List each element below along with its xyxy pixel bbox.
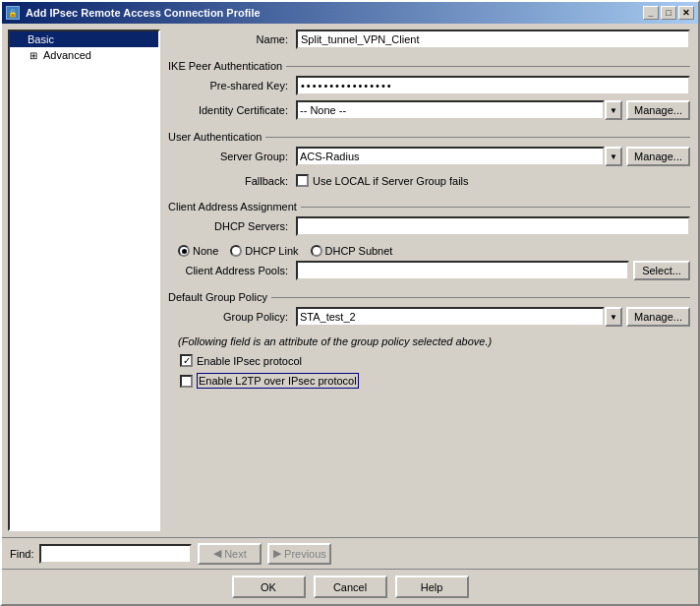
- preshared-key-input[interactable]: [296, 76, 690, 95]
- fallback-checkbox-row: Use LOCAL if Server Group fails: [296, 174, 469, 187]
- default-group-section-header: Default Group Policy: [168, 291, 690, 303]
- dialog-buttons: OK Cancel Help: [2, 569, 698, 604]
- fallback-row: Fallback: Use LOCAL if Server Group fail…: [168, 171, 690, 190]
- enable-ipsec-checkbox[interactable]: [180, 354, 193, 367]
- right-panel: Name: IKE Peer Authentication Pre-shared…: [160, 24, 698, 537]
- sidebar-tree: Basic ⊞ Advanced: [8, 30, 160, 531]
- ike-section-header: IKE Peer Authentication: [168, 60, 690, 72]
- server-group-select[interactable]: ACS-Radius: [296, 147, 605, 166]
- dhcp-servers-row: DHCP Servers:: [168, 216, 690, 236]
- radio-dhcp-link-btn[interactable]: [230, 245, 242, 257]
- server-group-manage-button[interactable]: Manage...: [626, 147, 690, 166]
- client-addr-section-line: [301, 207, 690, 208]
- default-group-section-line: [271, 297, 690, 298]
- identity-cert-manage-button[interactable]: Manage...: [626, 100, 690, 120]
- ok-button[interactable]: OK: [232, 576, 306, 598]
- minimize-button[interactable]: _: [643, 6, 659, 20]
- sidebar-item-advanced[interactable]: ⊞ Advanced: [10, 47, 158, 63]
- main-content: Basic ⊞ Advanced Name: IKE Peer Authenti…: [2, 24, 698, 537]
- find-label: Find:: [10, 548, 33, 560]
- help-button[interactable]: Help: [395, 576, 469, 598]
- fallback-label: Fallback:: [168, 175, 296, 187]
- window-title: Add IPsec Remote Access Connection Profi…: [26, 7, 261, 19]
- window-icon: 🔒: [6, 6, 20, 20]
- user-auth-section-header: User Authentication: [168, 131, 690, 143]
- radio-dhcp-link-label: DHCP Link: [245, 245, 298, 257]
- title-bar: 🔒 Add IPsec Remote Access Connection Pro…: [2, 2, 698, 24]
- next-button[interactable]: ◀ Next: [198, 543, 262, 565]
- fallback-checkbox-label: Use LOCAL if Server Group fails: [313, 175, 469, 187]
- client-addr-section-label: Client Address Assignment: [168, 201, 301, 212]
- group-policy-select[interactable]: STA_test_2: [296, 307, 605, 327]
- radio-none[interactable]: None: [178, 245, 218, 257]
- identity-cert-label: Identity Certificate:: [168, 104, 296, 116]
- main-window: 🔒 Add IPsec Remote Access Connection Pro…: [0, 0, 700, 606]
- fallback-checkbox[interactable]: [296, 174, 309, 187]
- enable-l2tp-label: Enable L2TP over IPsec protocol: [197, 373, 359, 389]
- enable-ipsec-row: Enable IPsec protocol: [180, 354, 690, 367]
- name-input[interactable]: [296, 30, 690, 49]
- find-input[interactable]: [39, 544, 192, 564]
- radio-dhcp-subnet-label: DHCP Subnet: [325, 245, 393, 257]
- enable-l2tp-checkbox[interactable]: [180, 375, 193, 388]
- name-row: Name:: [168, 30, 690, 49]
- next-icon: ◀: [213, 547, 221, 560]
- maximize-button[interactable]: □: [661, 6, 676, 20]
- group-policy-arrow[interactable]: ▼: [605, 307, 622, 327]
- client-addr-section-header: Client Address Assignment: [168, 201, 690, 212]
- previous-button[interactable]: ▶ Previous: [267, 543, 331, 565]
- ike-section-label: IKE Peer Authentication: [168, 60, 286, 72]
- preshared-key-label: Pre-shared Key:: [168, 80, 296, 91]
- title-bar-buttons: _ □ ✕: [643, 6, 694, 20]
- client-addr-pools-input[interactable]: [296, 261, 629, 280]
- server-group-dropdown-wrapper: ACS-Radius ▼: [296, 147, 622, 166]
- radio-group: None DHCP Link DHCP Subnet: [178, 245, 690, 257]
- dhcp-servers-label: DHCP Servers:: [168, 220, 296, 232]
- client-addr-pools-label: Client Address Pools:: [168, 265, 296, 276]
- identity-cert-row: Identity Certificate: -- None -- ▼ Manag…: [168, 100, 690, 120]
- group-policy-manage-button[interactable]: Manage...: [626, 307, 690, 327]
- cancel-button[interactable]: Cancel: [314, 576, 387, 598]
- enable-l2tp-row: Enable L2TP over IPsec protocol: [180, 373, 690, 389]
- advanced-expand-icon: ⊞: [29, 50, 41, 61]
- radio-none-label: None: [193, 245, 218, 257]
- ike-section-line: [286, 66, 690, 67]
- server-group-arrow[interactable]: ▼: [605, 147, 622, 166]
- group-policy-row: Group Policy: STA_test_2 ▼ Manage...: [168, 307, 690, 327]
- server-group-row: Server Group: ACS-Radius ▼ Manage...: [168, 147, 690, 166]
- enable-ipsec-label: Enable IPsec protocol: [197, 355, 302, 367]
- default-group-section-label: Default Group Policy: [168, 291, 271, 303]
- user-auth-section-label: User Authentication: [168, 131, 265, 143]
- following-field-note: (Following field is an attribute of the …: [178, 335, 690, 347]
- identity-cert-arrow[interactable]: ▼: [605, 100, 622, 120]
- identity-cert-dropdown-wrapper: -- None -- ▼: [296, 100, 622, 120]
- preshared-key-row: Pre-shared Key:: [168, 76, 690, 95]
- group-policy-label: Group Policy:: [168, 311, 296, 323]
- previous-icon: ▶: [273, 547, 281, 560]
- radio-dhcp-subnet-btn[interactable]: [311, 245, 322, 257]
- group-policy-dropdown-wrapper: STA_test_2 ▼: [296, 307, 622, 327]
- server-group-label: Server Group:: [168, 151, 296, 162]
- radio-dhcp-link[interactable]: DHCP Link: [230, 245, 298, 257]
- radio-none-btn[interactable]: [178, 245, 190, 257]
- identity-cert-select[interactable]: -- None --: [296, 100, 605, 120]
- radio-dhcp-subnet[interactable]: DHCP Subnet: [311, 245, 393, 257]
- user-auth-section-line: [265, 137, 690, 138]
- name-label: Name:: [168, 33, 296, 45]
- sidebar-item-basic[interactable]: Basic: [10, 31, 158, 47]
- close-button[interactable]: ✕: [678, 6, 694, 20]
- find-bar: Find: ◀ Next ▶ Previous: [2, 537, 698, 569]
- client-addr-pools-row: Client Address Pools: Select...: [168, 261, 690, 280]
- select-button[interactable]: Select...: [633, 261, 690, 280]
- dhcp-servers-input[interactable]: [296, 216, 690, 236]
